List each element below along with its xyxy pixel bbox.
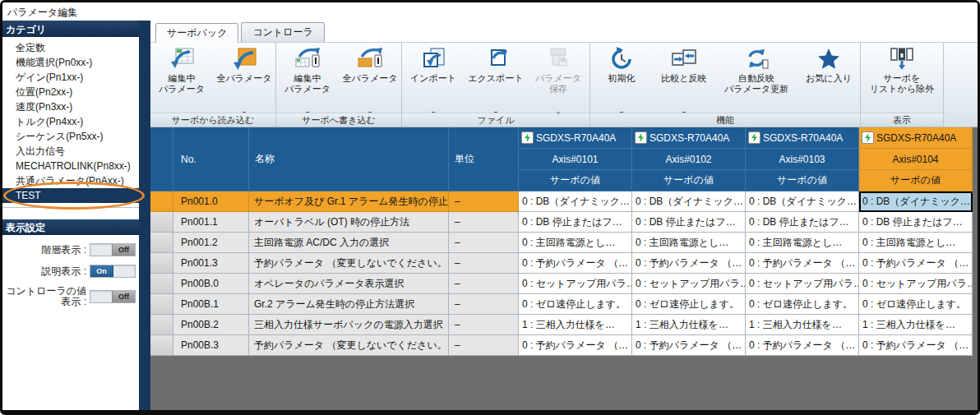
value-cell-axis1[interactable]: 0 : ゼロ速停止します。 (519, 294, 632, 315)
export-button[interactable]: エクスポート (465, 43, 527, 113)
sidebar-item-common-params[interactable]: 共通パラメータ(PnAxx-) (2, 173, 139, 188)
value-cell-axis3[interactable]: 0 : セットアップ用パラ… (746, 274, 859, 294)
value-cell-axis3[interactable]: 1 : 三相入力仕様を… (746, 315, 859, 335)
axis-label[interactable]: Axis#0101 (519, 149, 632, 170)
value-cell-axis1[interactable]: 0 : セットアップ用パラ… (519, 274, 632, 294)
axis-column-header-1[interactable]: SGDXS-R70A40A Axis#0101 サーボの値 (519, 127, 632, 191)
value-cell-axis4[interactable]: 0 : DB 停止またはフ… (859, 212, 973, 233)
param-name-cell: 予約パラメータ （変更しないでください。） (249, 335, 449, 356)
value-cell-axis4[interactable]: 0 : 予約パラメータ （… (859, 335, 973, 356)
sidebar-item-mechatrolink[interactable]: MECHATROLINK(Pn8xx-) (2, 159, 139, 173)
description-display-toggle[interactable]: On (90, 265, 136, 278)
axis-column-header-2[interactable]: SGDXS-R70A40A Axis#0102 サーボの値 (632, 127, 746, 191)
write-editing-params-button[interactable]: 編集中 パラメータ (276, 43, 339, 113)
exclude-servo-from-list-button[interactable]: サーボを リストから除外 (861, 43, 943, 113)
sidebar-item-sequence[interactable]: シーケンス(Pn5xx-) (2, 129, 139, 144)
sidebar-item-function-select[interactable]: 機能選択(Pn0xx-) (2, 55, 139, 70)
import-button[interactable]: インポート (402, 43, 465, 113)
sidebar-item-position[interactable]: 位置(Pn2xx-) (2, 85, 139, 99)
value-cell-axis4[interactable]: 1 : 三相入力仕様を… (859, 315, 973, 335)
tab-servopack[interactable]: サーボパック (155, 23, 238, 43)
axis-column-header-3[interactable]: SGDXS-R70A40A Axis#0103 サーボの値 (746, 127, 859, 191)
axis-label[interactable]: Axis#0102 (632, 149, 746, 170)
grid-all-write-icon (355, 45, 385, 73)
dropdown-arrow-icon[interactable] (590, 104, 653, 113)
description-display-row: 説明表示 : On (2, 265, 139, 278)
value-cell-axis2[interactable]: 0 : セットアップ用パラ… (632, 274, 746, 294)
value-cell-axis3[interactable]: 0 : ゼロ速停止します。 (746, 294, 859, 315)
dropdown-arrow-icon[interactable] (465, 104, 527, 113)
axis-label[interactable]: Axis#0104 (859, 149, 973, 170)
value-cell-axis3[interactable]: 0 : 主回路電源とし… (746, 233, 859, 253)
param-no-cell: Pn001.1 (173, 212, 249, 233)
toggle-knob: Off (112, 291, 135, 302)
parameter-table-area: No. 名称 単位 SGDXS-R70A40A Axis#0101 サーボの値 … (150, 127, 978, 410)
sidebar-item-torque[interactable]: トルク(Pn4xx-) (2, 114, 139, 129)
sidebar-item-test[interactable]: TEST (2, 188, 139, 203)
param-no-cell: Pn00B.2 (173, 315, 249, 335)
group-display: サーボを リストから除外 表示 (861, 43, 944, 127)
sidebar-item-all-constants[interactable]: 全定数 (2, 40, 139, 55)
row-indicator[interactable] (150, 191, 173, 212)
value-cell-axis4-selected[interactable]: 0 : DB（ダイナミック… (859, 191, 973, 212)
sidebar-item-speed[interactable]: 速度(Pn3xx-) (2, 99, 139, 114)
row-indicator[interactable] (150, 315, 173, 335)
param-row-pn001-1: Pn001.1 オーバトラベル (OT) 時の停止方法 – 0 : DB 停止ま… (150, 212, 973, 233)
controller-value-display-label: コントローラの値 表示 : (2, 286, 86, 307)
value-cell-axis4[interactable]: 0 : 主回路電源とし… (859, 233, 973, 253)
button-label: パラメータ 保存 (535, 73, 581, 104)
dropdown-arrow-icon (527, 104, 589, 113)
value-cell-axis2[interactable]: 0 : ゼロ速停止します。 (632, 294, 746, 315)
compare-reflect-button[interactable]: 比較と反映 (653, 43, 715, 113)
value-cell-axis3[interactable]: 0 : DB 停止またはフ… (746, 212, 859, 233)
servo-model-label: SGDXS-R70A40A (536, 132, 616, 144)
value-cell-axis2[interactable]: 0 : DB 停止またはフ… (632, 212, 746, 233)
group-label: サーボへ書き込む (276, 113, 401, 127)
dropdown-arrow-icon[interactable] (402, 104, 465, 113)
read-editing-params-button[interactable]: 編集中 パラメータ (150, 43, 213, 113)
row-indicator[interactable] (150, 274, 173, 294)
dropdown-arrow-icon[interactable] (653, 104, 715, 113)
value-cell-axis1[interactable]: 0 : 予約パラメータ （… (519, 335, 632, 356)
read-all-params-button[interactable]: 全パラメータ (213, 43, 275, 113)
column-header-no: No. (173, 127, 249, 191)
unit-cell: – (449, 253, 519, 274)
value-cell-axis2[interactable]: 1 : 三相入力仕様を… (632, 315, 746, 335)
row-indicator[interactable] (150, 233, 173, 253)
value-cell-axis1[interactable]: 1 : 三相入力仕様を… (519, 315, 632, 335)
dropdown-arrow-icon[interactable] (339, 104, 401, 113)
tab-controller[interactable]: コントローラ (241, 22, 324, 42)
sidebar-item-io-signal[interactable]: 入出力信号 (2, 144, 139, 159)
value-cell-axis3[interactable]: 0 : 予約パラメータ （… (746, 253, 859, 274)
dropdown-arrow-icon[interactable] (213, 104, 275, 113)
value-cell-axis1[interactable]: 0 : 主回路電源とし… (519, 233, 632, 253)
axis-column-header-4-selected[interactable]: SGDXS-R70A40A Axis#0104 サーボの値 (859, 127, 973, 191)
dropdown-arrow-icon[interactable] (276, 104, 339, 113)
auto-reflect-update-button[interactable]: 自動反映 パラメータ更新 (715, 43, 797, 113)
value-cell-axis2[interactable]: 0 : 予約パラメータ （… (632, 335, 746, 356)
axis-label[interactable]: Axis#0103 (746, 149, 859, 170)
value-cell-axis1[interactable]: 0 : 予約パラメータ （… (519, 253, 632, 274)
param-row-pn00b-3: Pn00B.3 予約パラメータ （変更しないでください。） – 0 : 予約パラ… (150, 335, 973, 356)
initialize-button[interactable]: 初期化 (590, 43, 653, 113)
write-all-params-button[interactable]: 全パラメータ (339, 43, 401, 113)
hierarchy-display-toggle[interactable]: Off (90, 243, 136, 256)
value-cell-axis1[interactable]: 0 : DB（ダイナミック… (519, 191, 632, 212)
value-cell-axis4[interactable]: 0 : セットアップ用パラ… (859, 274, 973, 294)
value-cell-axis2[interactable]: 0 : DB（ダイナミック… (632, 191, 746, 212)
value-cell-axis3[interactable]: 0 : 予約パラメータ （… (746, 335, 859, 356)
value-cell-axis3[interactable]: 0 : DB（ダイナミック… (746, 191, 859, 212)
row-indicator[interactable] (150, 253, 173, 274)
favorites-button[interactable]: お気に入り (797, 43, 860, 113)
value-cell-axis2[interactable]: 0 : 予約パラメータ （… (632, 253, 746, 274)
value-cell-axis1[interactable]: 0 : DB 停止またはフ… (519, 212, 632, 233)
row-indicator[interactable] (150, 335, 173, 356)
row-indicator[interactable] (150, 294, 173, 315)
value-cell-axis2[interactable]: 0 : 主回路電源とし… (632, 233, 746, 253)
row-indicator[interactable] (150, 212, 173, 233)
controller-value-display-toggle[interactable]: Off (90, 290, 136, 303)
value-cell-axis4[interactable]: 0 : 予約パラメータ （… (859, 253, 973, 274)
initialize-icon (608, 45, 636, 73)
value-cell-axis4[interactable]: 0 : ゼロ速停止します。 (859, 294, 973, 315)
sidebar-item-gain[interactable]: ゲイン(Pn1xx-) (2, 70, 139, 85)
